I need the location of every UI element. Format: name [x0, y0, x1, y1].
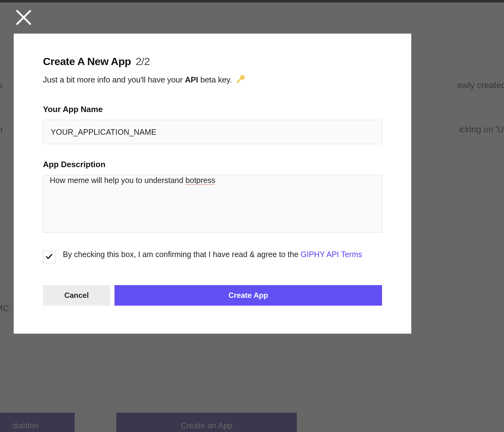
close-icon	[15, 22, 32, 27]
modal-step-indicator: 2/2	[136, 55, 150, 67]
terms-checkbox[interactable]	[43, 251, 55, 263]
create-app-modal: Create A New App 2/2 Just a bit more inf…	[14, 34, 411, 334]
app-name-label: Your App Name	[43, 105, 382, 114]
modal-title-text: Create A New App	[43, 55, 131, 67]
svg-point-3	[242, 76, 244, 77]
close-button[interactable]	[15, 9, 32, 26]
key-icon	[236, 74, 245, 86]
modal-subtitle: Just a bit more info and you'll have you…	[43, 74, 382, 86]
subtitle-prefix: Just a bit more info and you'll have you…	[43, 75, 185, 84]
svg-point-2	[240, 75, 245, 79]
app-name-input[interactable]	[43, 120, 382, 144]
app-description-textarea[interactable]	[43, 175, 382, 233]
terms-text-content: By checking this box, I am confirming th…	[63, 250, 301, 259]
cancel-button[interactable]: Cancel	[43, 285, 110, 306]
modal-title: Create A New App 2/2	[43, 55, 382, 68]
checkmark-icon	[45, 252, 53, 262]
subtitle-bold: API	[185, 75, 198, 84]
terms-link[interactable]: GIPHY API Terms	[301, 250, 362, 259]
create-app-button[interactable]: Create App	[114, 285, 382, 306]
app-description-label: App Description	[43, 160, 382, 169]
terms-text: By checking this box, I am confirming th…	[63, 248, 362, 261]
terms-row: By checking this box, I am confirming th…	[43, 248, 382, 263]
button-row: Cancel Create App	[43, 285, 382, 306]
svg-rect-4	[237, 78, 241, 82]
subtitle-suffix: beta key.	[198, 75, 232, 84]
